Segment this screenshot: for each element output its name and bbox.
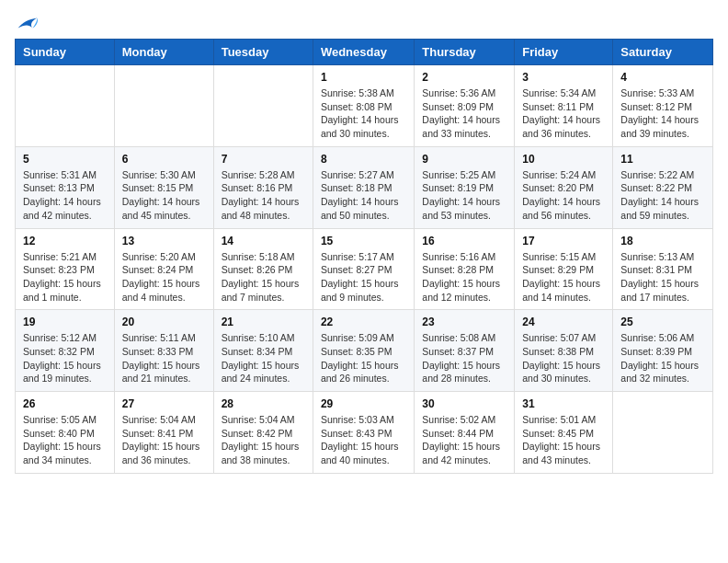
day-info: Sunrise: 5:31 AM Sunset: 8:13 PM Dayligh… (23, 168, 107, 223)
day-number: 16 (422, 235, 506, 247)
day-cell: 15Sunrise: 5:17 AM Sunset: 8:27 PM Dayli… (313, 228, 414, 310)
page-header (15, 15, 713, 31)
day-info: Sunrise: 5:06 AM Sunset: 8:39 PM Dayligh… (620, 331, 705, 385)
day-number: 17 (522, 235, 605, 247)
day-cell: 21Sunrise: 5:10 AM Sunset: 8:34 PM Dayli… (213, 310, 313, 392)
day-cell: 9Sunrise: 5:25 AM Sunset: 8:19 PM Daylig… (415, 146, 515, 228)
header-wednesday: Wednesday (313, 40, 414, 65)
day-cell (114, 65, 213, 147)
day-cell: 23Sunrise: 5:08 AM Sunset: 8:37 PM Dayli… (415, 310, 515, 392)
day-info: Sunrise: 5:02 AM Sunset: 8:44 PM Dayligh… (422, 413, 506, 467)
day-cell (16, 65, 115, 147)
header-monday: Monday (114, 40, 213, 65)
day-number: 22 (321, 316, 406, 328)
day-info: Sunrise: 5:21 AM Sunset: 8:23 PM Dayligh… (23, 250, 107, 304)
day-info: Sunrise: 5:34 AM Sunset: 8:11 PM Dayligh… (522, 86, 605, 141)
week-row-1: 1Sunrise: 5:38 AM Sunset: 8:08 PM Daylig… (16, 65, 713, 147)
day-number: 24 (522, 316, 605, 328)
day-info: Sunrise: 5:13 AM Sunset: 8:31 PM Dayligh… (620, 250, 705, 304)
calendar-table: SundayMondayTuesdayWednesdayThursdayFrid… (15, 39, 713, 474)
logo (15, 15, 39, 31)
day-info: Sunrise: 5:33 AM Sunset: 8:12 PM Dayligh… (620, 86, 705, 141)
day-cell: 26Sunrise: 5:05 AM Sunset: 8:40 PM Dayli… (16, 392, 115, 474)
day-number: 6 (122, 153, 206, 166)
day-number: 3 (522, 71, 605, 84)
day-info: Sunrise: 5:11 AM Sunset: 8:33 PM Dayligh… (122, 331, 206, 385)
day-info: Sunrise: 5:09 AM Sunset: 8:35 PM Dayligh… (321, 331, 406, 385)
week-row-3: 12Sunrise: 5:21 AM Sunset: 8:23 PM Dayli… (16, 228, 713, 310)
day-number: 14 (222, 235, 305, 247)
day-cell: 31Sunrise: 5:01 AM Sunset: 8:45 PM Dayli… (515, 392, 613, 474)
header-saturday: Saturday (613, 40, 713, 65)
day-number: 30 (422, 397, 506, 410)
day-cell: 14Sunrise: 5:18 AM Sunset: 8:26 PM Dayli… (213, 228, 313, 310)
day-cell: 11Sunrise: 5:22 AM Sunset: 8:22 PM Dayli… (613, 146, 713, 228)
day-cell: 28Sunrise: 5:04 AM Sunset: 8:42 PM Dayli… (213, 392, 313, 474)
day-cell: 30Sunrise: 5:02 AM Sunset: 8:44 PM Dayli… (415, 392, 515, 474)
day-cell: 19Sunrise: 5:12 AM Sunset: 8:32 PM Dayli… (16, 310, 115, 392)
day-cell: 18Sunrise: 5:13 AM Sunset: 8:31 PM Dayli… (613, 228, 713, 310)
day-number: 10 (522, 153, 605, 166)
day-number: 4 (620, 71, 705, 84)
day-cell: 3Sunrise: 5:34 AM Sunset: 8:11 PM Daylig… (515, 65, 613, 147)
day-cell: 1Sunrise: 5:38 AM Sunset: 8:08 PM Daylig… (313, 65, 414, 147)
day-info: Sunrise: 5:05 AM Sunset: 8:40 PM Dayligh… (23, 413, 107, 467)
day-cell: 4Sunrise: 5:33 AM Sunset: 8:12 PM Daylig… (613, 65, 713, 147)
day-number: 15 (321, 235, 406, 247)
day-cell: 2Sunrise: 5:36 AM Sunset: 8:09 PM Daylig… (415, 65, 515, 147)
day-info: Sunrise: 5:01 AM Sunset: 8:45 PM Dayligh… (522, 413, 605, 467)
day-number: 23 (422, 316, 506, 328)
day-cell (613, 392, 713, 474)
week-row-4: 19Sunrise: 5:12 AM Sunset: 8:32 PM Dayli… (16, 310, 713, 392)
day-cell: 16Sunrise: 5:16 AM Sunset: 8:28 PM Dayli… (415, 228, 515, 310)
day-number: 18 (620, 235, 705, 247)
day-info: Sunrise: 5:17 AM Sunset: 8:27 PM Dayligh… (321, 250, 406, 304)
day-cell: 29Sunrise: 5:03 AM Sunset: 8:43 PM Dayli… (313, 392, 414, 474)
day-info: Sunrise: 5:10 AM Sunset: 8:34 PM Dayligh… (222, 331, 305, 385)
day-info: Sunrise: 5:27 AM Sunset: 8:18 PM Dayligh… (321, 168, 406, 223)
day-cell: 6Sunrise: 5:30 AM Sunset: 8:15 PM Daylig… (114, 146, 213, 228)
day-cell: 7Sunrise: 5:28 AM Sunset: 8:16 PM Daylig… (213, 146, 313, 228)
week-row-2: 5Sunrise: 5:31 AM Sunset: 8:13 PM Daylig… (16, 146, 713, 228)
day-cell: 24Sunrise: 5:07 AM Sunset: 8:38 PM Dayli… (515, 310, 613, 392)
day-cell: 10Sunrise: 5:24 AM Sunset: 8:20 PM Dayli… (515, 146, 613, 228)
header-row: SundayMondayTuesdayWednesdayThursdayFrid… (16, 40, 713, 65)
day-info: Sunrise: 5:22 AM Sunset: 8:22 PM Dayligh… (620, 168, 705, 223)
week-row-5: 26Sunrise: 5:05 AM Sunset: 8:40 PM Dayli… (16, 392, 713, 474)
day-info: Sunrise: 5:36 AM Sunset: 8:09 PM Dayligh… (422, 86, 506, 141)
day-info: Sunrise: 5:38 AM Sunset: 8:08 PM Dayligh… (321, 86, 406, 141)
day-number: 8 (321, 153, 406, 166)
day-number: 11 (620, 153, 705, 166)
day-number: 5 (23, 153, 107, 166)
day-info: Sunrise: 5:30 AM Sunset: 8:15 PM Dayligh… (122, 168, 206, 223)
day-cell: 13Sunrise: 5:20 AM Sunset: 8:24 PM Dayli… (114, 228, 213, 310)
day-info: Sunrise: 5:04 AM Sunset: 8:42 PM Dayligh… (222, 413, 305, 467)
day-number: 26 (23, 397, 107, 410)
day-cell: 25Sunrise: 5:06 AM Sunset: 8:39 PM Dayli… (613, 310, 713, 392)
day-number: 31 (522, 397, 605, 410)
day-info: Sunrise: 5:15 AM Sunset: 8:29 PM Dayligh… (522, 250, 605, 304)
day-cell: 12Sunrise: 5:21 AM Sunset: 8:23 PM Dayli… (16, 228, 115, 310)
day-number: 1 (321, 71, 406, 84)
day-cell: 5Sunrise: 5:31 AM Sunset: 8:13 PM Daylig… (16, 146, 115, 228)
day-info: Sunrise: 5:18 AM Sunset: 8:26 PM Dayligh… (222, 250, 305, 304)
header-sunday: Sunday (16, 40, 115, 65)
day-number: 2 (422, 71, 506, 84)
day-number: 28 (222, 397, 305, 410)
day-number: 12 (23, 235, 107, 247)
day-info: Sunrise: 5:12 AM Sunset: 8:32 PM Dayligh… (23, 331, 107, 385)
day-number: 21 (222, 316, 305, 328)
day-cell: 17Sunrise: 5:15 AM Sunset: 8:29 PM Dayli… (515, 228, 613, 310)
day-info: Sunrise: 5:07 AM Sunset: 8:38 PM Dayligh… (522, 331, 605, 385)
day-info: Sunrise: 5:20 AM Sunset: 8:24 PM Dayligh… (122, 250, 206, 304)
day-info: Sunrise: 5:16 AM Sunset: 8:28 PM Dayligh… (422, 250, 506, 304)
header-friday: Friday (515, 40, 613, 65)
day-number: 25 (620, 316, 705, 328)
day-info: Sunrise: 5:24 AM Sunset: 8:20 PM Dayligh… (522, 168, 605, 223)
day-info: Sunrise: 5:28 AM Sunset: 8:16 PM Dayligh… (222, 168, 305, 223)
day-info: Sunrise: 5:04 AM Sunset: 8:41 PM Dayligh… (122, 413, 206, 467)
day-cell: 20Sunrise: 5:11 AM Sunset: 8:33 PM Dayli… (114, 310, 213, 392)
day-number: 19 (23, 316, 107, 328)
day-cell (213, 65, 313, 147)
day-number: 20 (122, 316, 206, 328)
